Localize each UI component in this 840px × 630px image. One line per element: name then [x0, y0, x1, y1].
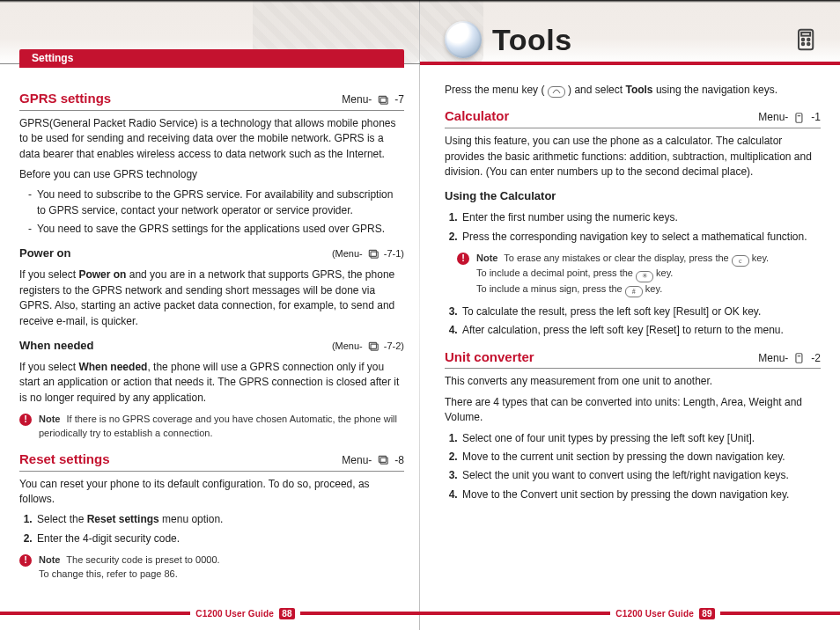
heading-title: GPRS settings [19, 89, 111, 108]
unit-types-paragraph: There are 4 types that can be converted … [445, 395, 821, 426]
heading-gprs-settings: GPRS settings Menu- -7 [19, 89, 404, 111]
heading-meta: Menu- -8 [342, 453, 404, 468]
text-fragment: If you select [19, 361, 78, 373]
meta-suffix: -2 [811, 351, 821, 366]
note-text: To include a decimal point, press the [476, 267, 636, 278]
list-item: You need to save the GPRS settings for t… [28, 222, 404, 237]
note-text: key. [752, 253, 769, 263]
bold-term: When needed [78, 361, 147, 373]
svg-rect-16 [796, 354, 802, 363]
reset-intro-paragraph: You can reset your phone to its default … [19, 477, 404, 508]
meta-suffix: -1 [811, 110, 821, 125]
power-on-paragraph: If you select Power on and you are in a … [19, 267, 404, 329]
unit-steps-list: Select one of four unit types by pressin… [445, 431, 821, 503]
text-fragment: If you select [19, 268, 78, 281]
list-item: After calculation, press the left soft k… [461, 323, 821, 338]
meta-text: Menu- [758, 351, 788, 366]
settings-stack-icon [375, 95, 391, 106]
calculator-steps-list-cont: To calculate the result, press the left … [445, 304, 821, 339]
meta-text: Menu- [342, 92, 372, 107]
page-left: Settings GPRS settings Menu- -7 GPRS(Gen… [0, 0, 420, 630]
list-item: You need to subscribe to the GPRS servic… [28, 187, 404, 218]
bold-term: Power on [78, 268, 126, 281]
footer-right: C1200 User Guide 89 [420, 605, 840, 621]
gprs-before-paragraph: Before you can use GPRS technology [19, 167, 404, 182]
orb-icon [445, 21, 482, 58]
note-when-needed: ! Note If there is no GPRS coverage and … [19, 413, 404, 441]
sub-title: When needed [19, 338, 94, 355]
meta-text: Menu- [758, 110, 788, 125]
heading-meta: Menu- -7 [342, 92, 404, 107]
svg-point-10 [802, 39, 805, 41]
header-red-rule [420, 62, 840, 65]
gprs-intro-paragraph: GPRS(General Packet Radio Service) is a … [19, 116, 404, 162]
list-item: To calculate the result, press the left … [461, 304, 821, 319]
subheading-when-needed: When needed (Menu- -7-2) [19, 338, 404, 355]
bold-term: Reset settings [87, 513, 159, 525]
note-label: Note [39, 554, 60, 565]
text-fragment: Select the [37, 513, 87, 525]
list-item: Enter the 4-digit security code. [35, 531, 404, 546]
note-text: key. [645, 283, 662, 294]
tool-icon [792, 113, 807, 123]
meta-suffix: -7 [394, 92, 404, 107]
alert-icon: ! [19, 414, 32, 426]
note-label: Note [476, 253, 497, 263]
footer-label: C1200 User Guide 88 [190, 608, 299, 619]
bold-term: Tools [625, 84, 652, 96]
tools-calculator-icon [794, 26, 821, 53]
note-text: To erase any mistakes or clear the displ… [504, 253, 731, 263]
list-item: Select the unit you want to convert usin… [461, 468, 821, 483]
svg-rect-14 [796, 114, 802, 123]
footer-guide-text: C1200 User Guide [195, 609, 274, 619]
clear-key-icon: c [732, 255, 749, 267]
note-calculator-keys: ! Note To erase any mistakes or clear th… [457, 252, 821, 297]
section-tab-settings: Settings [19, 49, 404, 68]
note-text: key. [656, 267, 673, 278]
sub-meta: (Menu- -7-1) [332, 247, 404, 261]
list-item: Press the corresponding navigation key t… [461, 230, 821, 245]
subheading-using-calculator: Using the Calculator [445, 188, 821, 205]
subheading-power-on: Power on (Menu- -7-1) [19, 245, 404, 262]
heading-title: Unit converter [445, 348, 534, 367]
tools-intro-paragraph: Press the menu key ( ) and select Tools … [445, 83, 821, 98]
right-content: Press the menu key ( ) and select Tools … [445, 77, 821, 508]
meta-suffix: -7-1) [384, 247, 404, 261]
meta-text: Menu- [342, 453, 372, 468]
text-fragment: using the navigation keys. [653, 84, 777, 96]
note-text: To include a minus sign, press the [476, 283, 625, 294]
text-fragment: ) and select [568, 84, 625, 96]
calculator-intro-paragraph: Using this feature, you can use the phon… [445, 134, 821, 179]
settings-stack-icon [365, 341, 381, 352]
footer-guide-text: C1200 User Guide [615, 609, 694, 619]
note-body: Note To erase any mistakes or clear the … [476, 252, 821, 297]
heading-meta: Menu- -1 [758, 110, 821, 125]
heading-meta: Menu- -2 [758, 351, 821, 366]
meta-suffix: -7-2) [384, 340, 404, 354]
text-fragment: menu option. [159, 513, 224, 525]
list-item: Select the Reset settings menu option. [35, 512, 404, 527]
tool-icon [792, 353, 807, 363]
svg-point-12 [802, 43, 805, 46]
hash-key-icon: # [625, 286, 643, 297]
text-fragment: Press the menu key ( [445, 84, 548, 96]
footer-left: C1200 User Guide 88 [0, 605, 420, 621]
svg-point-13 [807, 43, 810, 46]
list-item: Select one of four unit types by pressin… [461, 431, 821, 446]
calculator-steps-list: Enter the first number using the numeric… [445, 210, 821, 245]
list-item: Enter the first number using the numeric… [461, 210, 821, 225]
two-page-spread: Settings GPRS settings Menu- -7 GPRS(Gen… [0, 0, 840, 630]
page-number: 89 [699, 608, 715, 619]
meta-prefix: (Menu- [332, 340, 363, 354]
note-security-code: ! Note The security code is preset to 00… [19, 553, 404, 582]
note-text: To change this, refer to page 86. [39, 568, 178, 579]
settings-stack-icon [365, 249, 381, 260]
note-label: Note [39, 414, 60, 424]
heading-reset-settings: Reset settings Menu- -8 [19, 450, 404, 472]
gprs-prereq-list: You need to subscribe to the GPRS servic… [19, 187, 404, 237]
menu-key-icon [548, 86, 565, 98]
note-body: Note If there is no GPRS coverage and yo… [39, 413, 404, 441]
alert-icon: ! [19, 554, 32, 567]
footer-label: C1200 User Guide 89 [610, 608, 719, 619]
page-right: Tools Press the menu key ( ) and select … [420, 0, 840, 630]
